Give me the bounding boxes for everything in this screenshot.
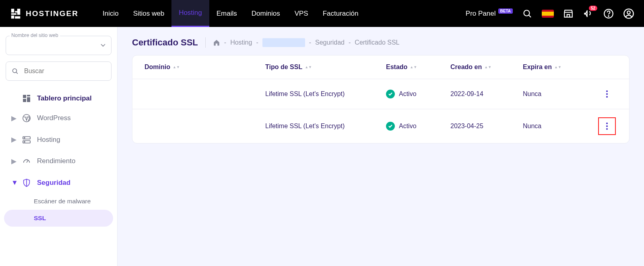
main-menu: Inicio Sitios web Hosting Emails Dominio… xyxy=(95,0,366,27)
beta-badge: BETA xyxy=(498,8,513,14)
sidebar-search-input[interactable] xyxy=(23,67,105,75)
home-icon[interactable] xyxy=(213,39,220,46)
th-type[interactable]: Tipo de SSL▲▼ xyxy=(265,63,386,71)
table-row: Lifetime SSL (Let's Encrypt) Activo 2022… xyxy=(132,79,629,109)
search-icon xyxy=(12,67,19,75)
search-icon[interactable] xyxy=(522,8,533,19)
gauge-icon xyxy=(22,157,31,166)
title-bar: Certificado SSL - Hosting - - Seguridad … xyxy=(132,37,630,48)
sidebar: Nombre del sitio web Tablero principal ▶… xyxy=(0,27,118,266)
breadcrumb: - Hosting - - Seguridad - Certificado SS… xyxy=(213,38,400,47)
bc-ssl: Certificado SSL xyxy=(355,39,399,46)
notif-count: 52 xyxy=(589,6,597,11)
table-header: Dominio▲▼ Tipo de SSL▲▼ Estado▲▼ Creado … xyxy=(132,55,629,79)
sidebar-item-wordpress[interactable]: ▶ WordPress xyxy=(4,108,113,128)
store-icon[interactable] xyxy=(563,8,574,19)
top-right-tools: Pro Panel BETA 52 xyxy=(466,8,634,19)
dashboard-icon xyxy=(22,94,31,102)
svg-point-16 xyxy=(24,141,25,142)
table-row: Lifetime SSL (Let's Encrypt) Activo 2023… xyxy=(132,109,629,143)
nav-hosting[interactable]: Hosting xyxy=(171,0,209,27)
help-icon[interactable] xyxy=(603,8,614,19)
nav-facturacion[interactable]: Facturación xyxy=(316,0,366,27)
sidebar-item-performance[interactable]: ▶ Rendimiento xyxy=(4,151,113,171)
svg-line-1 xyxy=(529,15,531,17)
nav-inicio[interactable]: Inicio xyxy=(95,0,126,27)
svg-rect-11 xyxy=(23,99,26,102)
cell-type: Lifetime SSL (Let's Encrypt) xyxy=(265,90,386,98)
cell-status: Activo xyxy=(386,90,450,98)
site-selector-label: Nombre del sitio web xyxy=(10,33,60,38)
wordpress-icon xyxy=(22,114,31,123)
top-nav: HOSTINGER Inicio Sitios web Hosting Emai… xyxy=(0,0,644,27)
row-actions-button[interactable] xyxy=(601,87,613,101)
sidebar-item-dashboard[interactable]: Tablero principal xyxy=(4,89,113,108)
check-icon xyxy=(386,90,395,98)
cell-type: Lifetime SSL (Let's Encrypt) xyxy=(265,123,386,130)
svg-point-3 xyxy=(608,16,609,16)
account-icon[interactable] xyxy=(623,8,634,19)
svg-point-15 xyxy=(24,137,25,138)
sidebar-search[interactable] xyxy=(6,61,111,81)
nav-sitios-web[interactable]: Sitios web xyxy=(126,0,171,27)
sidebar-item-label: Hosting xyxy=(37,136,60,144)
sidebar-sub-malware[interactable]: Escáner de malware xyxy=(4,193,113,210)
cell-expires: Nunca xyxy=(523,123,597,130)
svg-point-0 xyxy=(524,10,530,16)
pro-panel-link[interactable]: Pro Panel BETA xyxy=(466,10,513,18)
svg-point-6 xyxy=(12,69,17,73)
svg-line-7 xyxy=(16,72,18,74)
check-icon xyxy=(386,122,395,131)
svg-rect-8 xyxy=(23,95,26,98)
svg-point-5 xyxy=(627,11,630,14)
main-content: Certificado SSL - Hosting - - Seguridad … xyxy=(118,27,644,266)
nav-emails[interactable]: Emails xyxy=(209,0,244,27)
logo[interactable]: HOSTINGER xyxy=(10,8,78,20)
sidebar-item-label: Rendimiento xyxy=(37,157,75,165)
row-actions-button[interactable] xyxy=(598,117,616,135)
th-status[interactable]: Estado▲▼ xyxy=(386,63,450,71)
server-icon xyxy=(22,136,31,144)
page-title: Certificado SSL xyxy=(132,37,198,48)
sidebar-item-label: WordPress xyxy=(37,114,71,122)
notifications-icon[interactable]: 52 xyxy=(583,8,594,19)
locale-flag-es[interactable] xyxy=(542,10,554,18)
hostinger-logo-icon xyxy=(10,8,22,20)
svg-rect-9 xyxy=(27,95,30,96)
sidebar-item-label: Seguridad xyxy=(37,179,70,187)
ssl-table: Dominio▲▼ Tipo de SSL▲▼ Estado▲▼ Creado … xyxy=(132,55,630,143)
sidebar-item-security[interactable]: ▼ Seguridad xyxy=(4,173,113,193)
nav-vps[interactable]: VPS xyxy=(287,0,316,27)
brand-name: HOSTINGER xyxy=(26,9,78,18)
sidebar-item-label: Tablero principal xyxy=(37,94,92,102)
th-created[interactable]: Creado en▲▼ xyxy=(450,63,523,71)
chevron-down-icon xyxy=(101,43,105,48)
nav-dominios[interactable]: Dominios xyxy=(244,0,287,27)
bc-domain-redacted[interactable] xyxy=(262,38,305,47)
th-domain[interactable]: Dominio▲▼ xyxy=(144,63,265,71)
cell-status: Activo xyxy=(386,122,450,131)
th-expires[interactable]: Expira en▲▼ xyxy=(523,63,597,71)
cell-expires: Nunca xyxy=(523,90,597,98)
cell-created: 2023-04-25 xyxy=(450,123,523,130)
svg-rect-10 xyxy=(27,97,30,102)
sidebar-item-hosting[interactable]: ▶ Hosting xyxy=(4,130,113,149)
bc-security[interactable]: Seguridad xyxy=(315,39,345,46)
site-selector[interactable]: Nombre del sitio web xyxy=(6,36,111,55)
sidebar-sub-ssl[interactable]: SSL xyxy=(4,210,113,227)
shield-icon xyxy=(22,178,31,187)
cell-created: 2022-09-14 xyxy=(450,90,523,98)
bc-hosting[interactable]: Hosting xyxy=(230,39,252,46)
